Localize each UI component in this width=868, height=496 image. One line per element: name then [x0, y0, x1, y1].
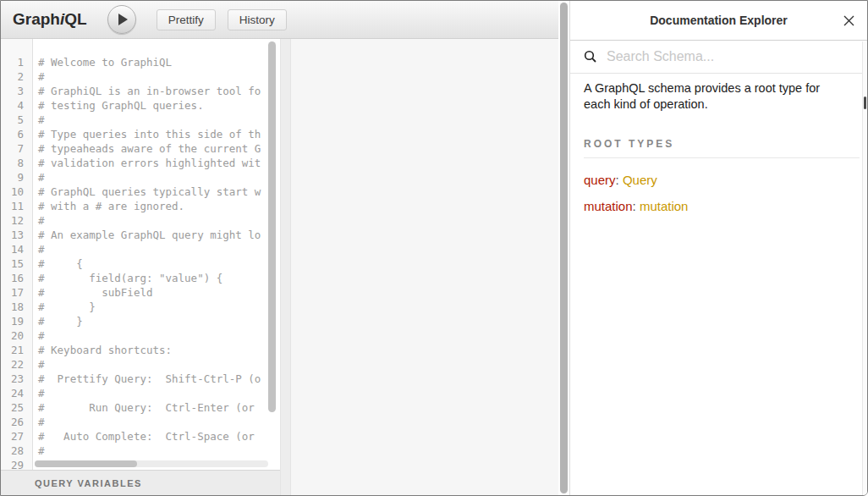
line-number: 24: [1, 387, 32, 401]
code-line: # Prettify Query: Shift-Ctrl-P (o: [38, 372, 280, 387]
line-number: 4: [1, 99, 32, 113]
code-line: # Run Query: Ctrl-Enter (or: [38, 401, 280, 416]
doc-search-row: [570, 41, 867, 74]
line-number: 20: [1, 329, 32, 344]
editor-horizontal-scrollbar[interactable]: [35, 460, 268, 467]
line-number: 17: [1, 286, 32, 300]
line-number: 15: [1, 257, 32, 272]
search-schema-input[interactable]: [605, 48, 854, 65]
code-line: #: [38, 171, 280, 185]
close-icon[interactable]: [841, 13, 856, 28]
code-line: #: [38, 113, 280, 128]
history-button[interactable]: History: [228, 9, 287, 30]
type-name-link[interactable]: mutation: [640, 199, 689, 213]
code-line: # Type queries into this side of th: [38, 128, 280, 142]
code-line: #: [38, 416, 280, 430]
query-pane: 1234567891011121314151617181920212223242…: [1, 39, 280, 495]
code-line: # Welcome to GraphiQL: [38, 56, 280, 70]
field-separator: :: [616, 173, 623, 187]
line-number: 14: [1, 243, 32, 257]
line-number: 5: [1, 113, 32, 128]
search-icon: [584, 50, 597, 63]
graphiql-logo: GraphiQL: [13, 10, 87, 29]
code-line: # GraphQL queries typically start w: [38, 185, 280, 200]
query-editor: 1234567891011121314151617181920212223242…: [1, 39, 280, 470]
line-number: 16: [1, 272, 32, 286]
field-name: mutation: [584, 199, 633, 213]
type-name-link[interactable]: Query: [623, 173, 657, 187]
code-line: #: [38, 214, 280, 229]
line-number: 13: [1, 229, 32, 243]
root-types-list: query: Querymutation: mutation: [584, 173, 854, 213]
code-line: # Auto Complete: Ctrl-Space (or: [38, 430, 280, 444]
code-line: #: [38, 387, 280, 401]
root-types-section-title: ROOT TYPES: [584, 138, 860, 158]
code-line: # field(arg: "value") {: [38, 272, 280, 286]
field-separator: :: [633, 199, 640, 213]
line-number: 27: [1, 430, 32, 444]
code-line: #: [38, 70, 280, 85]
documentation-explorer-panel: Documentation Explorer A GraphQL schema …: [569, 1, 867, 495]
line-number: 8: [1, 157, 32, 171]
root-type-item: mutation: mutation: [584, 199, 854, 213]
code-line: # validation errors highlighted wit: [38, 157, 280, 171]
prettify-button[interactable]: Prettify: [157, 9, 216, 30]
horizontal-scrollbar-thumb[interactable]: [35, 460, 137, 467]
execute-query-button[interactable]: [107, 5, 136, 34]
line-number: 3: [1, 85, 32, 99]
doc-panel-scrollbar-thumb[interactable]: [864, 96, 866, 109]
window-scrollbar-thumb[interactable]: [560, 3, 568, 493]
line-number: 22: [1, 358, 32, 372]
code-line: # typeaheads aware of the current G: [38, 142, 280, 157]
query-variables-title: QUERY VARIABLES: [35, 478, 142, 488]
doc-explorer-title: Documentation Explorer: [650, 14, 788, 27]
line-number-gutter: 1234567891011121314151617181920212223242…: [1, 39, 33, 470]
code-line: #: [38, 243, 280, 257]
code-line: # Keyboard shortcuts:: [38, 344, 280, 358]
line-number: 28: [1, 444, 32, 459]
line-number: 1: [1, 56, 32, 70]
line-number: 12: [1, 214, 32, 229]
line-number: 6: [1, 128, 32, 142]
logo-text: QL: [64, 10, 86, 28]
query-code-area[interactable]: # Welcome to GraphiQL## GraphiQL is an i…: [33, 39, 280, 470]
line-number: 9: [1, 171, 32, 185]
schema-description: A GraphQL schema provides a root type fo…: [584, 80, 845, 113]
line-number: 18: [1, 300, 32, 315]
line-number: 29: [1, 459, 32, 470]
doc-explorer-title-bar: Documentation Explorer: [570, 1, 867, 41]
code-line: # }: [38, 315, 280, 329]
root-type-item: query: Query: [584, 173, 854, 187]
graphiql-main: GraphiQL Prettify History 12345678910111…: [1, 1, 558, 495]
code-line: #: [38, 329, 280, 344]
graphiql-window: GraphiQL Prettify History 12345678910111…: [0, 0, 868, 496]
query-variables-bar[interactable]: QUERY VARIABLES: [1, 470, 280, 495]
logo-text: Graph: [13, 10, 60, 28]
line-number: 25: [1, 401, 32, 416]
toolbar: GraphiQL Prettify History: [1, 1, 558, 39]
workspace: 1234567891011121314151617181920212223242…: [1, 39, 558, 495]
doc-panel-scrollbar: [862, 41, 867, 495]
code-line: # }: [38, 300, 280, 315]
play-triangle-icon: [118, 14, 128, 25]
line-number: 10: [1, 185, 32, 200]
line-number: 21: [1, 344, 32, 358]
code-line: #: [38, 444, 280, 459]
code-line: # GraphiQL is an in-browser tool fo: [38, 85, 280, 99]
code-line: # subField: [38, 286, 280, 300]
line-number: 19: [1, 315, 32, 329]
line-number: 2: [1, 70, 32, 85]
field-name: query: [584, 173, 616, 187]
line-number: 23: [1, 372, 32, 387]
code-line: # {: [38, 257, 280, 272]
code-line: # An example GraphQL query might lo: [38, 229, 280, 243]
code-line: # testing GraphQL queries.: [38, 99, 280, 113]
doc-content: A GraphQL schema provides a root type fo…: [570, 74, 867, 495]
window-scrollbar: [558, 1, 569, 495]
code-line: # with a # are ignored.: [38, 200, 280, 214]
line-number: 11: [1, 200, 32, 214]
line-number: 26: [1, 416, 32, 430]
line-number: 7: [1, 142, 32, 157]
pane-resize-divider[interactable]: [280, 39, 291, 495]
editor-vertical-scrollbar[interactable]: [268, 41, 276, 412]
